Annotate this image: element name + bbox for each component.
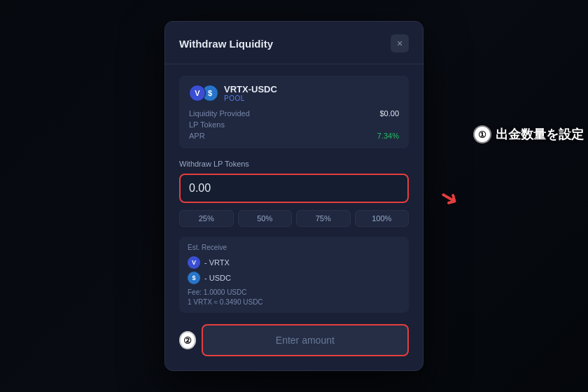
pool-label: POOL [224, 94, 277, 102]
rate-row: 1 VRTX ≈ 0.3490 USDC [188, 298, 400, 306]
usdc-receive-row: $ - USDC [188, 272, 400, 284]
pool-header: V $ VRTX-USDC POOL [189, 84, 399, 102]
pct-75-button[interactable]: 75% [296, 210, 351, 227]
step2-badge: ② [179, 331, 196, 349]
modal-title: Withdraw Liquidity [179, 38, 273, 50]
fee-row: Fee: 1.0000 USDC [188, 288, 400, 296]
pct-100-button[interactable]: 100% [355, 210, 410, 227]
pool-name-block: VRTX-USDC POOL [224, 84, 277, 102]
vrtx-receive-icon: V [188, 256, 200, 269]
est-receive-label: Est. Receive [188, 244, 400, 251]
close-button[interactable]: × [391, 34, 409, 52]
apr-label: APR [189, 132, 205, 140]
enter-amount-button[interactable]: Enter amount [202, 324, 409, 356]
pool-icons: V $ [189, 85, 218, 102]
liquidity-label: Liquidity Provided [189, 109, 250, 118]
action-row: ② Enter amount [179, 324, 409, 356]
est-receive-section: Est. Receive V - VRTX $ - USDC Fee: 1.00… [179, 237, 409, 313]
pool-info-section: V $ VRTX-USDC POOL Liquidity Provided [179, 76, 409, 148]
liquidity-value: $0.00 [379, 109, 399, 118]
vrtx-icon: V [189, 85, 206, 102]
pct-50-button[interactable]: 50% [238, 210, 293, 227]
lp-input[interactable] [189, 182, 399, 195]
usdc-receive-text: - USDC [204, 274, 231, 282]
lp-tokens-row: LP Tokens [189, 120, 399, 129]
modal-header: Withdraw Liquidity × [165, 22, 423, 64]
pct-25-button[interactable]: 25% [179, 210, 234, 227]
apr-row: APR 7.34% [189, 132, 399, 140]
vrtx-receive-row: V - VRTX [188, 256, 400, 269]
percentage-buttons: 25% 50% 75% 100% [179, 210, 409, 227]
usdc-receive-icon: $ [188, 272, 200, 284]
pool-name: VRTX-USDC [224, 84, 277, 94]
apr-value: 7.34% [377, 132, 399, 140]
pool-stats: Liquidity Provided $0.00 LP Tokens APR 7… [189, 109, 399, 140]
lp-tokens-label: LP Tokens [189, 120, 225, 129]
lp-input-container[interactable] [179, 174, 409, 203]
vrtx-receive-text: - VRTX [204, 258, 230, 267]
modal-wrapper: Withdraw Liquidity × V $ VRTX [164, 21, 424, 371]
modal-body: V $ VRTX-USDC POOL Liquidity Provided [165, 64, 423, 370]
liquidity-row: Liquidity Provided $0.00 [189, 109, 399, 118]
withdraw-liquidity-modal: Withdraw Liquidity × V $ VRTX [164, 21, 424, 371]
withdraw-section-label: Withdraw LP Tokens [179, 160, 409, 168]
